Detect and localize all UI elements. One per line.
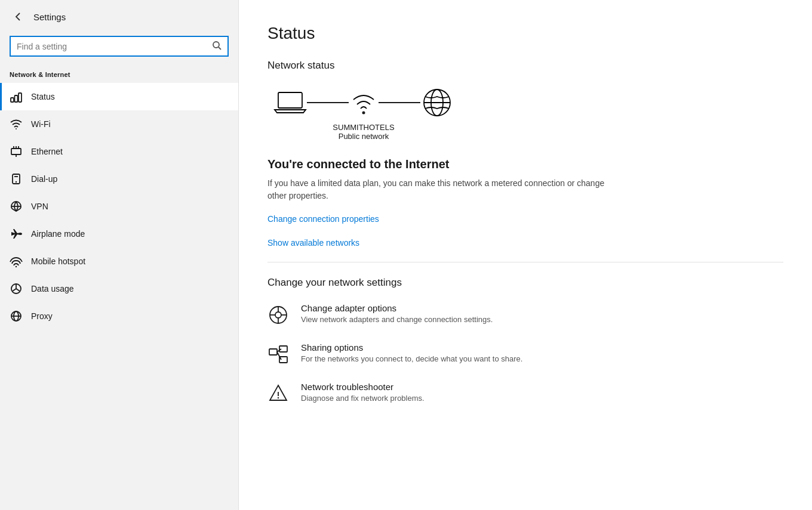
laptop-icon [273,89,307,116]
sidebar-item-ethernet[interactable]: Ethernet [0,138,238,165]
settings-item-adapter[interactable]: Change adapter options View network adap… [267,303,783,326]
wifi-diagram-icon [349,89,379,116]
line-2 [379,102,420,103]
diagram-row [273,86,454,119]
svg-rect-3 [15,95,18,102]
sidebar-item-proxy-label: Proxy [31,311,53,321]
sidebar-item-status[interactable]: Status [0,83,238,110]
svg-rect-31 [269,349,277,355]
nav-section-label: Network & Internet [0,66,238,83]
wifi-icon [10,118,23,131]
page-title: Status [267,24,783,43]
connection-heading: You're connected to the Internet [267,157,783,171]
dialup-icon [10,172,23,186]
network-type: Public network [333,132,394,141]
sidebar-item-datausage-label: Data usage [31,284,74,293]
vpn-icon [10,200,23,213]
diagram-label: SUMMITHOTELS Public network [333,123,394,141]
adapter-text: Change adapter options View network adap… [301,303,493,324]
section-divider [267,262,783,262]
settings-item-troubleshooter[interactable]: Network troubleshooter Diagnose and fix … [267,382,783,404]
svg-point-0 [213,42,219,48]
svg-point-5 [16,128,17,129]
main-content: Status Network status [239,0,812,510]
sidebar: Settings Network & Internet Status [0,0,239,510]
sidebar-item-hotspot[interactable]: Mobile hotspot [0,248,238,275]
status-icon [10,90,23,103]
adapter-title: Change adapter options [301,303,493,313]
ethernet-icon [10,145,23,158]
sidebar-item-status-label: Status [31,92,55,101]
network-ssid: SUMMITHOTELS [333,123,394,132]
network-status-title: Network status [267,60,783,72]
sidebar-item-hotspot-label: Mobile hotspot [31,256,85,266]
sidebar-header: Settings [0,0,238,33]
sidebar-item-vpn[interactable]: VPN [0,193,238,220]
sidebar-item-airplane[interactable]: Airplane mode [0,220,238,248]
airplane-icon [10,227,23,240]
sidebar-title: Settings [33,12,66,22]
svg-line-1 [219,47,221,50]
troubleshooter-title: Network troubleshooter [301,382,425,392]
svg-rect-20 [278,92,302,108]
search-box[interactable] [10,36,229,57]
network-diagram-inner: SUMMITHOTELS Public network [273,86,454,141]
svg-point-37 [278,397,279,398]
sidebar-item-ethernet-label: Ethernet [31,147,63,156]
search-button[interactable] [212,41,222,52]
sharing-icon [267,344,289,365]
search-input[interactable] [17,42,212,51]
network-diagram: SUMMITHOTELS Public network [267,86,783,141]
connection-desc: If you have a limited data plan, you can… [267,177,626,202]
sidebar-item-proxy[interactable]: Proxy [0,302,238,330]
sidebar-item-wifi-label: Wi-Fi [31,119,51,129]
sharing-text: Sharing options For the networks you con… [301,342,522,363]
sidebar-item-airplane-label: Airplane mode [31,229,85,239]
sidebar-item-wifi[interactable]: Wi-Fi [0,110,238,138]
sidebar-item-vpn-label: VPN [31,202,48,211]
sidebar-item-datausage[interactable]: Data usage [0,275,238,302]
change-settings-title: Change your network settings [267,277,783,289]
svg-point-26 [275,312,281,318]
sharing-desc: For the networks you connect to, decide … [301,354,522,363]
line-1 [307,102,349,103]
adapter-desc: View network adapters and change connect… [301,315,493,324]
svg-rect-2 [11,98,14,102]
globe-icon [420,86,454,119]
sharing-title: Sharing options [301,342,522,353]
adapter-icon [267,304,289,326]
settings-item-sharing[interactable]: Sharing options For the networks you con… [267,342,783,365]
change-connection-link[interactable]: Change connection properties [267,214,783,224]
datausage-icon [10,282,23,295]
svg-point-15 [16,266,17,267]
show-networks-link[interactable]: Show available networks [267,238,783,248]
proxy-icon [10,310,23,323]
troubleshooter-desc: Diagnose and fix network problems. [301,394,425,403]
svg-point-21 [362,112,365,115]
hotspot-icon [10,255,23,268]
svg-point-12 [16,181,17,183]
back-button[interactable] [10,8,26,25]
svg-rect-6 [11,149,21,154]
svg-rect-4 [19,93,21,102]
sidebar-item-dialup[interactable]: Dial-up [0,165,238,193]
troubleshooter-icon [267,383,289,404]
troubleshooter-text: Network troubleshooter Diagnose and fix … [301,382,425,403]
sidebar-item-dialup-label: Dial-up [31,174,57,184]
